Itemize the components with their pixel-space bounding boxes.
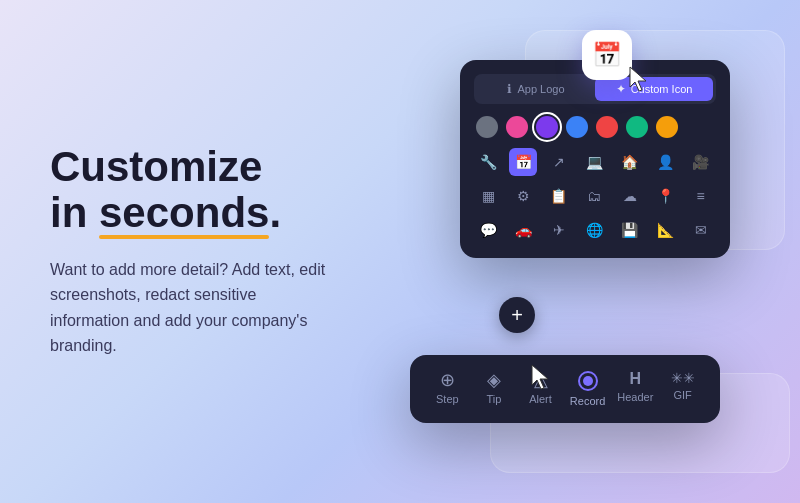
- tip-label: Tip: [486, 393, 501, 405]
- tip-icon: ◈: [487, 371, 501, 389]
- annotation-toolbar: ⊕ Step ◈ Tip △ Alert Record H Header: [410, 355, 720, 423]
- color-blue[interactable]: [566, 116, 588, 138]
- icon-settings[interactable]: ⚙: [509, 182, 537, 210]
- icon-chat[interactable]: 💬: [474, 216, 502, 244]
- main-container: Customize in seconds. Want to add more d…: [0, 0, 800, 503]
- cursor-bottom: [528, 363, 552, 391]
- icon-video[interactable]: 🎥: [687, 148, 715, 176]
- headline-highlight: seconds: [99, 190, 269, 236]
- icon-grid[interactable]: ▦: [474, 182, 502, 210]
- icon-calendar[interactable]: 📅: [509, 148, 537, 176]
- icon-ruler[interactable]: 📐: [651, 216, 679, 244]
- icon-clipboard[interactable]: 📋: [545, 182, 573, 210]
- toolbar-item-step[interactable]: ⊕ Step: [426, 365, 469, 413]
- header-label: Header: [617, 391, 653, 403]
- alert-label: Alert: [529, 393, 552, 405]
- color-pink[interactable]: [506, 116, 528, 138]
- gif-label: GIF: [674, 389, 692, 401]
- header-icon: H: [630, 371, 642, 387]
- app-logo-icon: ℹ: [507, 82, 512, 96]
- color-green[interactable]: [626, 116, 648, 138]
- record-dot: [583, 376, 593, 386]
- custom-icon-symbol: ✦: [616, 82, 626, 96]
- record-label: Record: [570, 395, 605, 407]
- tab-custom-icon[interactable]: ✦ Custom Icon: [595, 77, 713, 101]
- icon-home[interactable]: 🏠: [616, 148, 644, 176]
- toolbar-item-gif[interactable]: ✳✳ GIF: [661, 365, 704, 413]
- toolbar-item-record[interactable]: Record: [566, 365, 609, 413]
- step-label: Step: [436, 393, 459, 405]
- left-panel: Customize in seconds. Want to add more d…: [50, 144, 390, 359]
- icon-picker-card: ℹ App Logo ✦ Custom Icon: [460, 60, 730, 258]
- cursor-top: [626, 65, 650, 93]
- icon-send[interactable]: ✉: [687, 216, 715, 244]
- toolbar-item-header[interactable]: H Header: [613, 365, 657, 413]
- color-purple[interactable]: [536, 116, 558, 138]
- floating-calendar-icon: 📅: [582, 30, 632, 80]
- icon-save[interactable]: 💾: [616, 216, 644, 244]
- icon-globe[interactable]: 🌐: [580, 216, 608, 244]
- tab-app-logo[interactable]: ℹ App Logo: [477, 77, 595, 101]
- icon-plane[interactable]: ✈: [545, 216, 573, 244]
- icons-grid: 🔧 📅 ↗ 💻 🏠 👤 🎥 ▦ ⚙ 📋 🗂 ☁ 📍 ≡ 💬 🚗 ✈ �: [474, 148, 716, 244]
- headline-line1: Customize: [50, 143, 262, 190]
- icon-share[interactable]: ↗: [545, 148, 573, 176]
- step-icon: ⊕: [440, 371, 455, 389]
- color-gray[interactable]: [476, 116, 498, 138]
- headline: Customize in seconds.: [50, 144, 370, 236]
- color-red[interactable]: [596, 116, 618, 138]
- gif-icon: ✳✳: [671, 371, 695, 385]
- add-element-button[interactable]: +: [499, 297, 535, 333]
- headline-line2: in seconds.: [50, 190, 370, 236]
- description-text: Want to add more detail? Add text, edit …: [50, 257, 330, 359]
- icon-wrench[interactable]: 🔧: [474, 148, 502, 176]
- toolbar-item-tip[interactable]: ◈ Tip: [473, 365, 516, 413]
- right-panel: 📅 ℹ App Logo ✦ Custom Icon: [390, 40, 750, 463]
- color-palette: [474, 116, 716, 138]
- color-amber[interactable]: [656, 116, 678, 138]
- icon-layers[interactable]: ≡: [687, 182, 715, 210]
- icon-user[interactable]: 👤: [651, 148, 679, 176]
- icon-folder[interactable]: 🗂: [580, 182, 608, 210]
- tab-app-logo-label: App Logo: [517, 83, 564, 95]
- icon-pin[interactable]: 📍: [651, 182, 679, 210]
- icon-monitor[interactable]: 💻: [580, 148, 608, 176]
- icon-car[interactable]: 🚗: [509, 216, 537, 244]
- record-icon: [578, 371, 598, 391]
- icon-cloud[interactable]: ☁: [616, 182, 644, 210]
